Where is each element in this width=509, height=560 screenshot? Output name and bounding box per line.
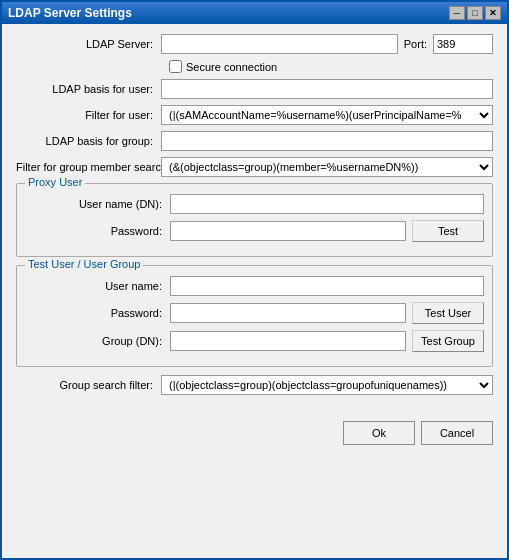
ldap-basis-group-input[interactable] (161, 131, 493, 151)
proxy-password-label: Password: (25, 225, 170, 237)
secure-connection-row: Secure connection (16, 60, 493, 73)
ldap-basis-user-input[interactable] (161, 79, 493, 99)
filter-group-row: Filter for group member search: (&(objec… (16, 157, 493, 177)
title-bar-buttons: ─ □ ✕ (449, 6, 501, 20)
port-input[interactable] (433, 34, 493, 54)
test-user-button[interactable]: Test User (412, 302, 484, 324)
proxy-password-field: Test (170, 220, 484, 242)
filter-user-row: Filter for user: (|(sAMAccountName=%user… (16, 105, 493, 125)
minimize-button[interactable]: ─ (449, 6, 465, 20)
proxy-user-content: User name (DN): Password: Test (25, 194, 484, 242)
proxy-username-input[interactable] (170, 194, 484, 214)
test-user-group-section: Test User / User Group User name: Passwo… (16, 265, 493, 367)
test-user-group-section-title: Test User / User Group (25, 258, 143, 270)
test-group-row: Group (DN): Test Group (25, 330, 484, 352)
group-search-filter-dropdown-wrapper: (|(objectclass=group)(objectclass=groupo… (161, 375, 493, 395)
close-button[interactable]: ✕ (485, 6, 501, 20)
ok-button[interactable]: Ok (343, 421, 415, 445)
test-group-label: Group (DN): (25, 335, 170, 347)
proxy-test-button[interactable]: Test (412, 220, 484, 242)
ldap-basis-group-label: LDAP basis for group: (16, 135, 161, 147)
secure-connection-label: Secure connection (186, 61, 277, 73)
filter-group-label: Filter for group member search: (16, 161, 161, 173)
test-password-label: Password: (25, 307, 170, 319)
filter-user-label: Filter for user: (16, 109, 161, 121)
ldap-server-input[interactable] (161, 34, 398, 54)
test-username-input[interactable] (170, 276, 484, 296)
maximize-button[interactable]: □ (467, 6, 483, 20)
proxy-username-label: User name (DN): (25, 198, 170, 210)
test-username-row: User name: (25, 276, 484, 296)
title-bar: LDAP Server Settings ─ □ ✕ (2, 2, 507, 24)
test-username-label: User name: (25, 280, 170, 292)
proxy-user-section: Proxy User User name (DN): Password: Tes… (16, 183, 493, 257)
ldap-server-label: LDAP Server: (16, 38, 161, 50)
main-content: LDAP Server: Port: Secure connection LDA… (2, 24, 507, 411)
group-search-filter-select[interactable]: (|(objectclass=group)(objectclass=groupo… (161, 375, 493, 395)
test-password-field: Test User (170, 302, 484, 324)
proxy-user-section-title: Proxy User (25, 176, 85, 188)
filter-group-dropdown-wrapper: (&(objectclass=group)(member=%usernameDN… (161, 157, 493, 177)
server-port-group: Port: (161, 34, 493, 54)
ldap-basis-group-row: LDAP basis for group: (16, 131, 493, 151)
secure-connection-checkbox[interactable] (169, 60, 182, 73)
proxy-username-row: User name (DN): (25, 194, 484, 214)
test-password-row: Password: Test User (25, 302, 484, 324)
filter-user-select[interactable]: (|(sAMAccountName=%username%)(userPrinci… (161, 105, 493, 125)
test-group-input[interactable] (170, 331, 406, 351)
filter-group-select[interactable]: (&(objectclass=group)(member=%usernameDN… (161, 157, 493, 177)
ldap-basis-user-row: LDAP basis for user: (16, 79, 493, 99)
proxy-password-input[interactable] (170, 221, 406, 241)
cancel-button[interactable]: Cancel (421, 421, 493, 445)
test-password-input[interactable] (170, 303, 406, 323)
ldap-settings-window: LDAP Server Settings ─ □ ✕ LDAP Server: … (0, 0, 509, 560)
filter-user-dropdown-wrapper: (|(sAMAccountName=%username%)(userPrinci… (161, 105, 493, 125)
ldap-basis-user-label: LDAP basis for user: (16, 83, 161, 95)
port-label: Port: (404, 38, 427, 50)
window-title: LDAP Server Settings (8, 6, 132, 20)
test-group-button[interactable]: Test Group (412, 330, 484, 352)
proxy-password-row: Password: Test (25, 220, 484, 242)
footer: Ok Cancel (2, 415, 507, 455)
test-group-field: Test Group (170, 330, 484, 352)
ldap-server-row: LDAP Server: Port: (16, 34, 493, 54)
test-user-group-content: User name: Password: Test User Group (DN… (25, 276, 484, 352)
group-search-filter-label: Group search filter: (16, 379, 161, 391)
group-search-filter-row: Group search filter: (|(objectclass=grou… (16, 375, 493, 395)
